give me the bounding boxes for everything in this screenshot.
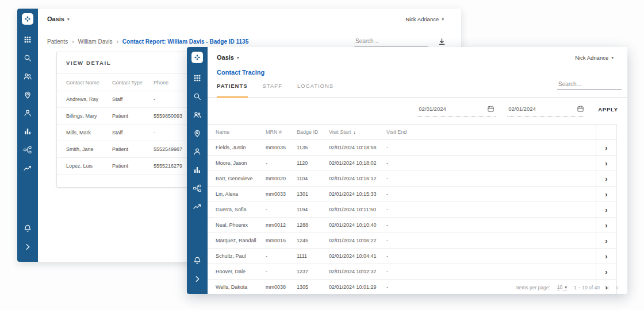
- row-detail-chevron-icon[interactable]: ›: [605, 175, 607, 183]
- breadcrumb: Patients › William Davis › Contact Repor…: [47, 38, 248, 45]
- col-mrn[interactable]: MRN #: [263, 125, 294, 140]
- col-contact-name: Contact Name: [57, 74, 108, 91]
- mrn-cell: mm0015: [263, 233, 294, 249]
- person-icon[interactable]: [193, 147, 202, 156]
- patient-row[interactable]: Hoover, Dale - 1237 02/01/2024 10:02:37 …: [208, 264, 617, 280]
- items-per-page-select[interactable]: 10 ▾: [557, 284, 567, 291]
- tab-patients[interactable]: PATIENTS: [217, 83, 248, 98]
- mrn-cell: -: [263, 264, 294, 280]
- sort-descending-icon: ↓: [353, 129, 356, 135]
- patient-row[interactable]: Lin, Alexa mm0033 1301 02/01/2024 10:15:…: [208, 187, 617, 202]
- name-cell: Schultz, Paul: [208, 249, 263, 264]
- date-start-value: 02/01/2024: [419, 106, 446, 112]
- contact-name-cell: Lopez, Luis: [57, 158, 108, 175]
- date-filters: 02/01/2024 02/01/2024 APPLY: [417, 104, 619, 117]
- calendar-icon[interactable]: [577, 105, 584, 113]
- contact-tracing-window: Oasis ▾ Nick Adriance ▾ Contact Tracing …: [187, 47, 627, 294]
- badge-id-cell: 1111: [294, 249, 327, 264]
- search-icon[interactable]: [193, 92, 202, 101]
- breadcrumb-patients[interactable]: Patients: [47, 38, 68, 45]
- phone-cell: -: [149, 125, 185, 141]
- patient-row[interactable]: Moore, Jason - 1120 02/01/2024 10:18:02 …: [208, 156, 617, 171]
- visit-end-cell: -: [384, 202, 596, 218]
- bell-icon[interactable]: [23, 224, 32, 233]
- row-detail-chevron-icon[interactable]: ›: [605, 237, 607, 245]
- bell-icon[interactable]: [193, 256, 202, 265]
- search-input[interactable]: [557, 79, 622, 90]
- chevron-down-icon: ▾: [442, 17, 444, 22]
- date-start-field[interactable]: 02/01/2024: [417, 104, 496, 117]
- row-detail-chevron-icon[interactable]: ›: [605, 252, 607, 261]
- user-menu[interactable]: Nick Adriance ▾: [575, 55, 614, 61]
- mrn-cell: -: [263, 156, 294, 171]
- contact-name-cell: Andrews, Ray: [57, 91, 108, 108]
- contact-name-cell: Mills, Mark: [57, 125, 108, 141]
- row-detail-chevron-icon[interactable]: ›: [605, 190, 607, 199]
- row-detail-chevron-icon[interactable]: ›: [605, 268, 607, 276]
- contact-type-cell: Patient: [108, 108, 149, 125]
- search-icon[interactable]: [23, 53, 32, 63]
- prev-page-icon[interactable]: ‹: [607, 284, 609, 291]
- app-selector[interactable]: Oasis ▾: [217, 54, 239, 61]
- workflow-icon[interactable]: [23, 145, 32, 154]
- col-visit-start[interactable]: Visit Start↓: [327, 125, 384, 140]
- next-page-icon[interactable]: ›: [616, 284, 618, 291]
- name-cell: Fields, Justin: [208, 140, 263, 156]
- row-detail-chevron-icon[interactable]: ›: [605, 206, 607, 214]
- items-per-page-label: Items per page:: [516, 285, 550, 290]
- app-selector-label: Oasis: [47, 16, 64, 22]
- visit-start-cell: 02/01/2024 10:16:12: [327, 171, 384, 187]
- name-cell: Wells, Dakota: [208, 280, 263, 294]
- download-icon[interactable]: [438, 37, 446, 46]
- team-icon[interactable]: [193, 110, 202, 119]
- patients-header-row: Name MRN # Badge ID Visit Start↓ Visit E…: [208, 125, 617, 140]
- col-visit-end[interactable]: Visit End: [384, 125, 596, 140]
- col-badge-id[interactable]: Badge ID: [294, 125, 327, 140]
- badge-id-cell: 1288: [294, 218, 327, 233]
- location-icon[interactable]: [23, 90, 32, 99]
- visit-start-cell: 02/01/2024 10:01:29: [327, 280, 384, 294]
- name-cell: Lin, Alexa: [208, 187, 263, 202]
- patient-row[interactable]: Barr, Genevieve mm0020 1104 02/01/2024 1…: [208, 171, 617, 187]
- oasis-logo[interactable]: [22, 13, 33, 25]
- patient-row[interactable]: Schultz, Paul - 1111 02/01/2024 10:04:41…: [208, 249, 617, 264]
- trend-icon[interactable]: [23, 164, 32, 173]
- trend-icon[interactable]: [193, 202, 202, 211]
- tab-staff[interactable]: STAFF: [263, 83, 282, 97]
- tab-locations[interactable]: LOCATIONS: [297, 83, 334, 97]
- user-menu[interactable]: Nick Adriance ▾: [405, 16, 444, 22]
- contact-name-cell: Smith, Jane: [57, 141, 108, 158]
- patients-table: Name MRN # Badge ID Visit Start↓ Visit E…: [208, 124, 617, 294]
- patient-row[interactable]: Neal, Phoenix mm0012 1288 02/01/2024 10:…: [208, 218, 617, 233]
- bar-chart-icon[interactable]: [23, 127, 32, 136]
- team-icon[interactable]: [23, 72, 32, 81]
- apply-button[interactable]: APPLY: [597, 106, 619, 117]
- search-input[interactable]: [354, 36, 428, 46]
- visit-end-cell: -: [384, 218, 596, 233]
- row-detail-chevron-icon[interactable]: ›: [605, 144, 607, 152]
- row-detail-chevron-icon[interactable]: ›: [605, 221, 607, 230]
- expand-icon[interactable]: [193, 274, 202, 284]
- patient-row[interactable]: Fields, Justin mm0035 1135 02/01/2024 10…: [208, 140, 617, 156]
- col-name[interactable]: Name: [208, 125, 263, 140]
- date-end-field[interactable]: 02/01/2024: [507, 104, 585, 117]
- apps-icon[interactable]: [23, 35, 32, 44]
- person-icon[interactable]: [23, 108, 32, 118]
- patient-row[interactable]: Marquez, Randall mm0015 1245 02/01/2024 …: [208, 233, 617, 249]
- badge-id-cell: 1120: [294, 156, 327, 171]
- expand-icon[interactable]: [23, 242, 32, 251]
- oasis-logo[interactable]: [191, 52, 203, 63]
- app-selector[interactable]: Oasis ▾: [47, 16, 70, 22]
- chevron-down-icon: ▾: [611, 55, 614, 60]
- apps-icon[interactable]: [193, 73, 202, 83]
- visit-start-cell: 02/01/2024 10:04:41: [327, 249, 384, 264]
- bar-chart-icon[interactable]: [193, 165, 202, 175]
- location-icon[interactable]: [193, 129, 202, 138]
- app-sidebar: [17, 9, 38, 262]
- calendar-icon[interactable]: [487, 105, 494, 113]
- breadcrumb-william-davis[interactable]: William Davis: [78, 38, 112, 45]
- row-detail-chevron-icon[interactable]: ›: [605, 159, 607, 168]
- patient-row[interactable]: Guerra, Sofia - 1194 02/01/2024 10:11:50…: [208, 202, 617, 218]
- workflow-icon[interactable]: [193, 184, 202, 193]
- chevron-down-icon: ▾: [565, 285, 567, 290]
